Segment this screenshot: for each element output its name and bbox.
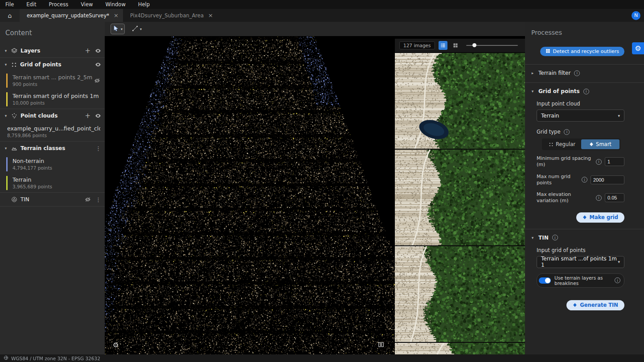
point-cloud-icon — [11, 113, 17, 119]
info-icon[interactable]: i — [574, 70, 580, 76]
chevron-right-icon[interactable]: ▸ — [530, 71, 535, 75]
input-grid-of-points-label: Input grid of points — [537, 247, 624, 253]
max-num-grid-points-label: Max num grid points — [537, 174, 578, 187]
grid-of-points-header[interactable]: ▾ Grid of points i — [530, 88, 624, 94]
info-icon[interactable]: i — [552, 235, 558, 240]
thumbnail-size-slider[interactable] — [466, 45, 518, 46]
input-grid-of-points-select[interactable]: Terrain smart ...of points 1m 1 ▾ — [537, 256, 624, 268]
info-icon[interactable]: i — [615, 277, 620, 283]
tab-suburban-area[interactable]: Pix4Dsurvey_Suburban_Area × — [123, 9, 217, 22]
add-point-cloud-button[interactable]: + — [85, 113, 90, 119]
sidebar-item-terrain-classes[interactable]: ▾ Terrain classes ⋮ — [0, 142, 105, 155]
tin-block: ▾ TIN i Input grid of points Terrain sma… — [525, 229, 644, 354]
grid-type-smart-button[interactable]: Smart — [581, 139, 619, 149]
breaklines-label: Use terrain layers as breaklines — [554, 275, 611, 286]
sidebar-item-layers[interactable]: ▾ Layers + — [0, 44, 105, 57]
list-item-terrain[interactable]: Terrain 3,965,689 points — [0, 174, 105, 192]
split-view-icon[interactable] — [378, 342, 384, 349]
user-avatar[interactable]: N — [632, 11, 640, 20]
item-name: Terrain — [12, 176, 52, 183]
eye-icon[interactable] — [95, 48, 101, 54]
menu-help[interactable]: Help — [138, 1, 150, 8]
tin-header[interactable]: ▾ TIN i — [530, 235, 624, 241]
chevron-down-icon[interactable]: ▾ — [4, 62, 8, 67]
breaklines-toggle[interactable] — [539, 277, 551, 284]
list-view-button[interactable] — [439, 41, 447, 50]
sidebar-title: Content — [0, 22, 105, 44]
menu-view[interactable]: View — [81, 1, 93, 8]
grid-view-button[interactable] — [451, 41, 460, 50]
sidebar-item-point-clouds[interactable]: ▾ Point clouds + — [0, 109, 105, 122]
chevron-down-icon[interactable]: ▾ — [121, 27, 123, 31]
color-bar — [6, 176, 8, 190]
list-item-grid-2-5m[interactable]: Terrain smart ... points 2_5m 1 900 poin… — [0, 71, 105, 90]
info-icon[interactable]: i — [582, 177, 587, 183]
image-count-badge: 127 images — [399, 41, 435, 49]
eye-icon[interactable] — [95, 61, 101, 68]
chevron-down-icon[interactable]: ▾ — [4, 146, 8, 150]
close-icon[interactable]: × — [208, 12, 213, 18]
chevron-down-icon[interactable]: ▾ — [4, 49, 8, 53]
item-name: Non-terrain — [12, 158, 52, 164]
detect-outliers-button[interactable]: Detect and recycle outliers — [540, 47, 625, 56]
terrain-classes-icon — [11, 145, 17, 151]
max-elevation-variation-input[interactable] — [605, 193, 624, 202]
tab-label: Pix4Dsurvey_Suburban_Area — [130, 12, 204, 19]
max-num-grid-points-input[interactable] — [591, 175, 624, 184]
statusbar: WGS84 / UTM zone 32N - EPSG 32632 — [0, 354, 644, 362]
eye-off-icon[interactable] — [94, 77, 100, 84]
eye-off-icon[interactable] — [85, 196, 91, 203]
info-icon[interactable]: i — [596, 195, 602, 201]
settings-flyout-button[interactable]: ⚙ — [632, 42, 644, 54]
input-point-cloud-select[interactable]: Terrain ▾ — [537, 110, 624, 122]
max-elevation-variation-label: Max elevation variation (m) — [537, 191, 593, 204]
chevron-down-icon[interactable]: ▾ — [140, 27, 142, 31]
slider-knob[interactable] — [472, 43, 476, 47]
list-item-non-terrain[interactable]: Non-terrain 4,794,177 points — [0, 155, 105, 174]
menu-window[interactable]: Window — [105, 1, 125, 8]
select-tool-button[interactable]: ▾ — [111, 24, 124, 34]
info-icon[interactable]: i — [564, 129, 570, 135]
viewport-toolbar: ▾ ▾ — [105, 22, 525, 36]
aerial-image[interactable] — [395, 53, 525, 149]
outliers-block: Detect and recycle outliers — [525, 36, 644, 64]
point-cloud-canvas-area[interactable]: ⚙ 127 images — [105, 36, 525, 354]
generate-tin-button[interactable]: Generate TIN — [566, 300, 624, 310]
tin-icon — [11, 196, 17, 203]
grid-type-regular-button[interactable]: Regular — [543, 139, 581, 149]
sidebar-item-grid-of-points[interactable]: ▾ Grid of points — [0, 58, 105, 71]
tab-example-quarry[interactable]: example_quarry_updateSurvey* × — [20, 9, 123, 22]
home-button[interactable]: ⌂ — [0, 9, 20, 22]
item-count: 10,000 points — [12, 100, 100, 106]
info-icon[interactable]: i — [596, 159, 602, 165]
kebab-menu-icon[interactable]: ⋮ — [95, 146, 101, 151]
sidebar-item-tin[interactable]: TIN ⋮ — [0, 193, 105, 206]
measure-tool-button[interactable]: ▾ — [130, 24, 144, 34]
min-grid-spacing-input[interactable] — [605, 157, 624, 166]
application-window: File Edit Process View Window Help ⌂ exa… — [0, 0, 644, 362]
grid-type-segmented-control: Regular Smart — [542, 138, 620, 150]
chevron-down-icon[interactable]: ▾ — [530, 89, 535, 94]
aerial-image[interactable] — [395, 343, 525, 354]
kebab-menu-icon[interactable]: ⋮ — [95, 197, 101, 203]
chevron-down-icon: ▾ — [618, 114, 620, 118]
viewport-settings-gear-icon[interactable]: ⚙ — [113, 341, 119, 349]
terrain-filter-header[interactable]: ▸ Terrain filter i — [530, 70, 624, 76]
home-icon: ⌂ — [8, 12, 12, 19]
chevron-down-icon[interactable]: ▾ — [4, 114, 8, 118]
grid-squares-icon — [546, 49, 550, 55]
menu-file[interactable]: File — [5, 1, 14, 8]
add-layer-button[interactable]: + — [85, 48, 90, 54]
list-item-point-cloud[interactable]: example_quarry_u...fied_point_cloud 8,75… — [0, 122, 105, 141]
make-grid-button[interactable]: Make grid — [576, 212, 624, 223]
chevron-down-icon[interactable]: ▾ — [530, 236, 535, 240]
menu-process[interactable]: Process — [49, 1, 69, 8]
main-area: Content ▾ Layers + — [0, 22, 644, 354]
aerial-image[interactable] — [395, 150, 525, 245]
aerial-image[interactable] — [395, 246, 525, 342]
list-item-grid-1m[interactable]: Terrain smart grid of points 1m 1 10,000… — [0, 90, 105, 109]
eye-icon[interactable] — [95, 113, 101, 119]
menu-edit[interactable]: Edit — [26, 1, 36, 8]
info-icon[interactable]: i — [583, 89, 589, 94]
close-icon[interactable]: × — [114, 12, 119, 18]
